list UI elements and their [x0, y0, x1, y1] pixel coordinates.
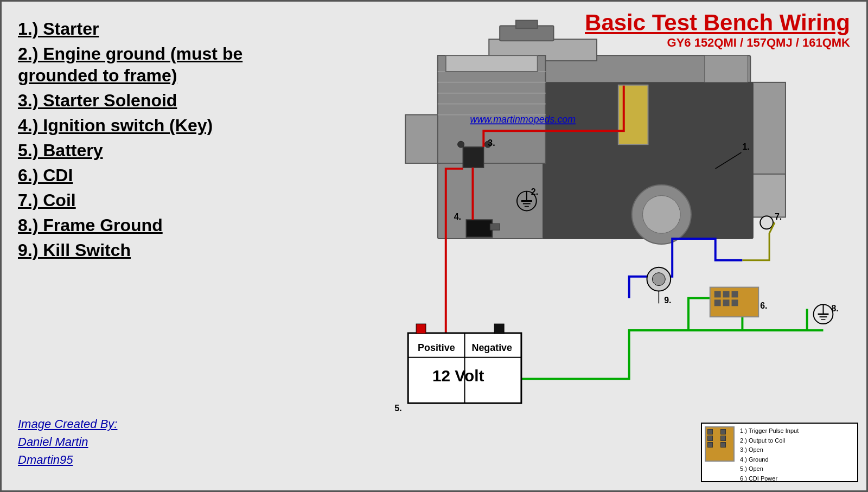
svg-rect-8	[438, 55, 546, 163]
sub-title: GY6 152QMI / 157QMJ / 161QMK	[585, 36, 850, 50]
numbered-list: 1.) Starter 2.) Engine ground (must be g…	[18, 18, 327, 261]
svg-rect-44	[494, 324, 504, 334]
svg-rect-4	[405, 114, 441, 163]
cdi-pin-5	[707, 442, 713, 448]
svg-text:7.: 7.	[775, 212, 782, 221]
list-item-2: 2.) Engine ground (must be grounded to f…	[18, 43, 327, 86]
list-item-7: 7.) Coil	[18, 189, 327, 211]
svg-rect-15	[618, 85, 648, 144]
svg-rect-16	[705, 55, 748, 82]
cdi-pin-1	[707, 429, 713, 435]
svg-point-18	[643, 196, 681, 234]
svg-rect-46	[710, 287, 758, 317]
credit-line2: Daniel Martin	[18, 433, 117, 451]
list-item-9: 9.) Kill Switch	[18, 239, 327, 261]
list-item-6: 6.) CDI	[18, 164, 327, 186]
svg-rect-51	[723, 299, 730, 306]
svg-text:3.: 3.	[488, 138, 495, 148]
svg-rect-49	[732, 291, 738, 297]
svg-text:8.: 8.	[831, 304, 838, 313]
cdi-legend-item-6: 6.) CDI Power	[740, 474, 799, 484]
list-item-1: 1.) Starter	[18, 18, 327, 40]
svg-point-36	[760, 216, 773, 229]
cdi-legend-item-5: 5.) Open	[740, 464, 799, 474]
svg-point-61	[652, 273, 665, 286]
cdi-legend-item-3: 3.) Open	[740, 445, 799, 455]
svg-point-60	[647, 267, 671, 291]
list-item-4: 4.) Ignition switch (Key)	[18, 114, 327, 136]
svg-text:1.: 1.	[742, 142, 749, 151]
cdi-legend-box: 1.) Trigger Pulse Input 2.) Output to Co…	[701, 423, 858, 482]
svg-point-54	[814, 304, 833, 324]
cdi-legend-text: 1.) Trigger Pulse Input 2.) Output to Co…	[740, 426, 799, 484]
cdi-pin-4	[720, 436, 726, 441]
svg-rect-31	[490, 223, 500, 230]
svg-rect-7	[543, 82, 754, 239]
svg-point-22	[484, 141, 491, 148]
svg-text:2.: 2.	[531, 187, 538, 196]
svg-rect-47	[714, 291, 721, 297]
svg-rect-50	[714, 299, 721, 306]
svg-rect-0	[438, 55, 750, 239]
cdi-pin-6	[720, 442, 726, 448]
left-panel: 1.) Starter 2.) Engine ground (must be g…	[2, 2, 338, 490]
list-item-5: 5.) Battery	[18, 139, 327, 161]
cdi-legend-item-4: 4.) Ground	[740, 455, 799, 465]
svg-point-21	[458, 141, 464, 148]
svg-line-34	[716, 152, 742, 169]
svg-rect-6	[748, 174, 786, 218]
svg-rect-14	[446, 55, 538, 72]
svg-text:4.: 4.	[454, 212, 461, 221]
svg-rect-1	[489, 39, 597, 61]
svg-rect-5	[748, 82, 786, 180]
cdi-pin-3	[707, 436, 713, 441]
svg-rect-3	[516, 21, 538, 29]
credit-line3: Dmartin95	[18, 451, 117, 469]
svg-text:12 Volt: 12 Volt	[432, 367, 484, 385]
cdi-pin-2	[720, 429, 726, 435]
svg-point-17	[632, 185, 691, 244]
svg-text:Positive: Positive	[418, 342, 455, 353]
main-title: Basic Test Bench Wiring	[585, 10, 850, 36]
cdi-chip-diagram	[705, 426, 735, 462]
svg-rect-37	[408, 333, 521, 403]
svg-rect-30	[467, 220, 493, 237]
wiring-diagram: www.martinmopeds.com 3. 2. 4. 1.	[338, 2, 866, 490]
svg-rect-48	[723, 291, 730, 297]
right-panel: Basic Test Bench Wiring GY6 152QMI / 157…	[338, 2, 866, 490]
list-item-8: 8.) Frame Ground	[18, 214, 327, 236]
svg-point-24	[517, 191, 537, 211]
list-item-3: 3.) Starter Solenoid	[18, 90, 327, 111]
cdi-legend-item-2: 2.) Output to Coil	[740, 436, 799, 446]
svg-text:Negative: Negative	[471, 342, 512, 353]
svg-rect-2	[500, 26, 553, 41]
credit-line1: Image Created By:	[18, 415, 117, 433]
svg-text:6.: 6.	[760, 301, 767, 310]
credit-block: Image Created By: Daniel Martin Dmartin9…	[18, 415, 117, 469]
title-block: Basic Test Bench Wiring GY6 152QMI / 157…	[585, 10, 850, 50]
svg-text:9.: 9.	[664, 296, 671, 305]
main-container: 1.) Starter 2.) Engine ground (must be g…	[0, 0, 868, 492]
svg-rect-43	[416, 324, 426, 334]
svg-text:5.: 5.	[394, 404, 401, 413]
svg-rect-20	[463, 147, 484, 168]
cdi-legend-item-1: 1.) Trigger Pulse Input	[740, 426, 799, 436]
svg-rect-52	[732, 299, 738, 306]
svg-text:www.martinmopeds.com: www.martinmopeds.com	[470, 114, 576, 125]
